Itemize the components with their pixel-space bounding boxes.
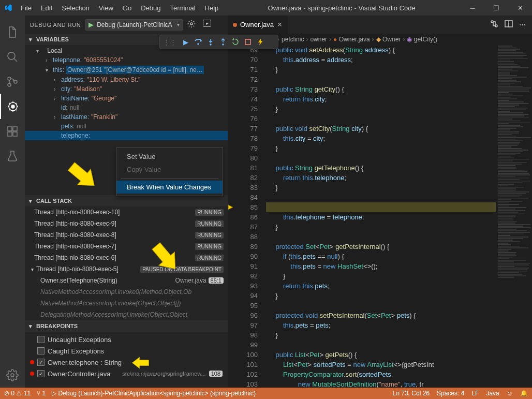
status-language[interactable]: Java	[486, 390, 499, 397]
status-errors[interactable]: ⊘ 0 ⚠ 11	[4, 390, 31, 397]
stack-frame[interactable]: Owner.setTelephone(String)Owner.java85:1	[25, 275, 228, 286]
more-icon[interactable]: ⋯	[519, 21, 526, 28]
variable-row-this[interactable]: ▾this: Owner@251 "[Owner@7ddce0cd id = […	[25, 65, 228, 75]
thread-row[interactable]: Thread [http-nio-8080-exec-8]RUNNING	[25, 229, 228, 241]
thread-row-paused[interactable]: ▾ Thread [http-nio-8080-exec-5]PAUSED ON…	[25, 263, 228, 275]
window-title: Owner.java - spring-petclinic - Visual S…	[223, 4, 461, 12]
maximize-icon[interactable]: ☐	[484, 0, 508, 16]
status-feedback-icon[interactable]: ☺	[507, 390, 513, 397]
breadcrumb-item[interactable]: ◉ getCity()	[407, 36, 437, 43]
status-forks[interactable]: ⑂ 1	[37, 390, 46, 397]
svg-marker-18	[228, 205, 233, 210]
activity-debug-icon[interactable]	[0, 94, 25, 119]
svg-marker-23	[65, 158, 100, 194]
breadcrumb-item[interactable]: owner	[310, 36, 327, 43]
breadcrumb-item[interactable]: ● Owner.java	[333, 36, 370, 43]
debug-console-icon[interactable]: ▸	[203, 20, 211, 27]
variable-row[interactable]: ›lastName: "Franklin"	[25, 112, 228, 122]
svg-point-3	[8, 83, 11, 86]
stack-frame[interactable]: DelegatingMethodAccessorImpl.invoke(Obje…	[25, 309, 228, 320]
breadcrumb-item[interactable]: petclinic	[282, 36, 304, 43]
continue-icon[interactable]: ▶	[180, 36, 192, 48]
execution-pointer-icon	[228, 202, 235, 214]
title-bar: FileEditSelectionViewGoDebugTerminalHelp…	[0, 0, 532, 16]
run-config-dropdown[interactable]: ▶ Debug (Launch)-PetClinicA ▾	[85, 19, 183, 31]
checkbox[interactable]: ✓	[37, 359, 45, 366]
thread-row[interactable]: Thread [http-nio-8080-exec-6]RUNNING	[25, 252, 228, 263]
callstack-section-header[interactable]: ▾ CALL STACK	[25, 195, 228, 206]
minimize-icon[interactable]: ─	[461, 0, 484, 16]
status-line-col[interactable]: Ln 73, Col 26	[393, 390, 430, 397]
variable-row[interactable]: telephone:	[25, 131, 228, 140]
step-over-icon[interactable]	[192, 36, 204, 48]
code-area[interactable]: 6970717273747576777879808182838485868788…	[228, 45, 532, 388]
svg-point-20	[210, 44, 211, 45]
variable-row[interactable]: pets: null	[25, 122, 228, 131]
variable-row[interactable]: ›address: "110 W. Liberty St."	[25, 75, 228, 84]
thread-row[interactable]: Thread [http-nio-8080-exec-9]RUNNING	[25, 218, 228, 229]
menu-go[interactable]: Go	[119, 2, 136, 14]
activity-scm-icon[interactable]	[0, 69, 25, 94]
menu-selection[interactable]: Selection	[57, 2, 93, 14]
debug-toolbar[interactable]: ⋮⋮ ▶	[159, 35, 278, 49]
thread-row[interactable]: Thread [http-nio-8080-exec-10]RUNNING	[25, 206, 228, 218]
context-menu-item[interactable]: Break When Value Changes	[116, 181, 223, 194]
settings-gear-icon[interactable]	[0, 363, 25, 388]
variable-row[interactable]: id: null	[25, 103, 228, 112]
menu-file[interactable]: File	[17, 2, 36, 14]
code-content[interactable]: public void setAddress(String address) {…	[266, 45, 496, 388]
variable-row[interactable]: ›firstName: "George"	[25, 94, 228, 103]
activity-files-icon[interactable]	[0, 20, 25, 45]
editor-area: Owner.java ✕ ⋯ work›samples›petclinic›ow…	[228, 16, 532, 388]
svg-marker-25	[132, 357, 149, 368]
menu-terminal[interactable]: Terminal	[166, 2, 199, 14]
breadcrumb-item[interactable]: ◆ Owner	[376, 36, 401, 43]
svg-rect-7	[8, 127, 12, 131]
drag-handle-icon[interactable]: ⋮⋮	[160, 38, 180, 46]
breakpoint-row[interactable]: Uncaught Exceptions	[25, 334, 228, 345]
chevron-down-icon: ▾	[29, 36, 34, 43]
svg-point-0	[8, 52, 15, 60]
step-out-icon[interactable]	[217, 36, 229, 48]
status-launch-config[interactable]: ▷ Debug (Launch)-PetClinicApplication<sp…	[52, 390, 256, 397]
stop-icon[interactable]	[242, 36, 254, 48]
checkbox[interactable]	[37, 336, 45, 343]
debug-sidebar: DEBUG AND RUN ▶ Debug (Launch)-PetClinic…	[25, 16, 228, 388]
checkbox[interactable]	[37, 347, 45, 354]
activity-search-icon[interactable]	[0, 45, 25, 69]
close-icon[interactable]: ✕	[508, 0, 532, 16]
breakpoints-section-header[interactable]: ▾ BREAKPOINTS	[25, 320, 228, 332]
thread-row[interactable]: Thread [http-nio-8080-exec-7]RUNNING	[25, 241, 228, 252]
checkbox[interactable]: ✓	[37, 370, 45, 377]
stack-frame[interactable]: NativeMethodAccessorImpl.invoke(Object,O…	[25, 298, 228, 309]
menu-debug[interactable]: Debug	[137, 2, 165, 14]
split-editor-icon[interactable]	[505, 20, 513, 29]
variable-row[interactable]: ›telephone: "6085551024"	[25, 55, 228, 65]
compare-icon[interactable]	[490, 20, 498, 29]
tab-bar: Owner.java ✕ ⋯	[228, 16, 532, 34]
main-menu[interactable]: FileEditSelectionViewGoDebugTerminalHelp	[17, 2, 223, 14]
tab-close-icon[interactable]: ✕	[277, 21, 283, 28]
minimap[interactable]	[496, 45, 532, 388]
svg-point-13	[190, 23, 193, 25]
svg-rect-8	[13, 127, 17, 131]
variable-row[interactable]: ›city: "Madison"	[25, 84, 228, 94]
hot-reload-icon[interactable]	[254, 36, 267, 48]
menu-view[interactable]: View	[95, 2, 117, 14]
tab-owner-java[interactable]: Owner.java ✕	[228, 16, 288, 34]
restart-icon[interactable]	[229, 36, 242, 48]
step-into-icon[interactable]	[204, 36, 217, 48]
status-bell-icon[interactable]: 🔔	[520, 390, 528, 397]
menu-help[interactable]: Help	[201, 2, 223, 14]
annotation-arrow-3	[122, 352, 159, 374]
play-icon[interactable]: ▶	[88, 21, 94, 28]
menu-edit[interactable]: Edit	[37, 2, 56, 14]
status-spaces[interactable]: Spaces: 4	[437, 390, 464, 397]
activity-extensions-icon[interactable]	[0, 119, 25, 144]
stack-frame[interactable]: NativeMethodAccessorImpl.invoke0(Method,…	[25, 286, 228, 298]
context-menu[interactable]: Set ValueCopy ValueBreak When Value Chan…	[116, 147, 223, 196]
gear-icon[interactable]	[187, 20, 196, 29]
context-menu-item[interactable]: Set Value	[116, 150, 223, 163]
status-encoding[interactable]: LF	[471, 390, 479, 397]
activity-testing-icon[interactable]	[0, 144, 25, 169]
